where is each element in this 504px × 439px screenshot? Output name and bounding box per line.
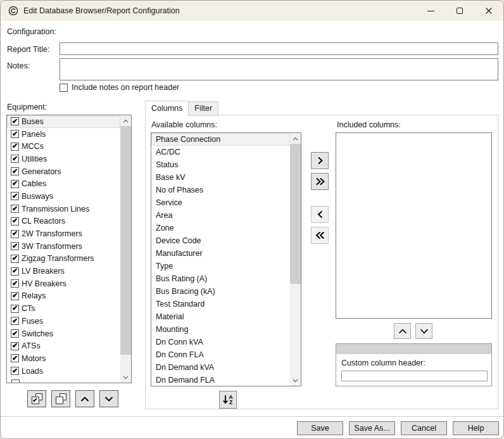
- equipment-item[interactable]: ✔ CTs: [7, 302, 120, 315]
- equipment-item[interactable]: ✔ 3W Transformers: [7, 240, 120, 253]
- scrollbar-thumb[interactable]: [120, 126, 131, 355]
- equipment-item-checkbox[interactable]: ✔: [11, 117, 19, 125]
- custom-column-header-input[interactable]: [341, 371, 488, 381]
- equipment-item[interactable]: ✔ Generators: [7, 165, 120, 178]
- maximize-button[interactable]: [445, 1, 474, 21]
- equipment-item[interactable]: ✔ Motors: [7, 352, 120, 365]
- equipment-item-checkbox[interactable]: ✔: [11, 267, 19, 276]
- minimize-button[interactable]: [416, 1, 445, 21]
- equipment-item-checkbox[interactable]: ✔: [11, 279, 19, 288]
- equipment-item[interactable]: ✔ Relays: [7, 290, 120, 303]
- cancel-button[interactable]: Cancel: [401, 421, 447, 435]
- help-button[interactable]: Help: [453, 421, 499, 435]
- equipment-item[interactable]: ✔ CL Reactors: [7, 215, 120, 228]
- equipment-move-up-button[interactable]: [75, 390, 94, 407]
- equipment-item-checkbox[interactable]: ✔: [11, 167, 19, 175]
- available-column-item[interactable]: Manufacturer: [151, 247, 290, 260]
- available-column-item[interactable]: Material: [151, 310, 290, 323]
- equipment-item-checkbox[interactable]: ✔: [11, 130, 19, 138]
- equipment-item[interactable]: ✔ Cables: [7, 177, 120, 190]
- equipment-item-checkbox[interactable]: ✔: [11, 329, 19, 338]
- close-button[interactable]: [474, 1, 503, 21]
- available-column-item[interactable]: Base kV: [151, 171, 290, 184]
- available-column-item[interactable]: Dn Demand kVA: [151, 361, 290, 374]
- equipment-item[interactable]: ✔ Buses: [7, 115, 120, 128]
- available-column-label: Bus Rating (A): [156, 274, 207, 283]
- available-column-item[interactable]: Bus Rating (A): [151, 272, 290, 285]
- equipment-item-checkbox[interactable]: ✔: [11, 305, 19, 313]
- available-column-item[interactable]: No of Phases: [151, 184, 290, 196]
- equipment-item[interactable]: ✔ LV Breakers: [7, 265, 120, 277]
- equipment-item-checkbox[interactable]: ✔: [11, 255, 19, 263]
- equipment-item-checkbox[interactable]: ✔: [11, 230, 19, 238]
- equipment-item-checkbox[interactable]: ✔: [11, 180, 19, 188]
- scrollbar-thumb[interactable]: [290, 144, 301, 284]
- available-column-item[interactable]: Zone: [151, 222, 290, 234]
- remove-column-button[interactable]: [311, 206, 329, 223]
- available-column-item[interactable]: AC/DC: [151, 146, 290, 158]
- equipment-item[interactable]: ✔ Transmission Lines: [7, 203, 120, 215]
- equipment-item-checkbox[interactable]: ✔: [11, 192, 19, 200]
- included-move-down-button[interactable]: [415, 323, 432, 339]
- equipment-item-checkbox[interactable]: ✔: [11, 217, 19, 226]
- equipment-item-checkbox[interactable]: ✔: [11, 354, 19, 362]
- equipment-move-down-button[interactable]: [99, 390, 118, 407]
- notes-input[interactable]: [60, 58, 498, 80]
- scrollbar-down-button[interactable]: [120, 372, 131, 383]
- report-title-input[interactable]: [60, 42, 498, 55]
- equipment-item[interactable]: ✔ 2W Transformers: [7, 227, 120, 240]
- equipment-scrollbar[interactable]: [120, 115, 131, 383]
- available-column-item[interactable]: Test Standard: [151, 298, 290, 310]
- tab-filter[interactable]: Filter: [188, 101, 218, 116]
- available-column-item[interactable]: Area: [151, 209, 290, 222]
- equipment-item-checkbox[interactable]: ✔: [11, 242, 19, 250]
- available-column-item[interactable]: Service: [151, 196, 290, 209]
- included-columns-list[interactable]: [336, 132, 492, 319]
- equipment-item-checkbox[interactable]: ✔: [11, 205, 19, 213]
- equipment-item[interactable]: ✔ Switches: [7, 328, 120, 340]
- equipment-item-checkbox[interactable]: ✔: [11, 317, 19, 325]
- equipment-item-checkbox[interactable]: ✔: [11, 367, 19, 375]
- available-column-item[interactable]: Dn Conn FLA: [151, 348, 290, 361]
- include-notes-checkbox[interactable]: ✔: [60, 84, 68, 92]
- equipment-item[interactable]: ✔ Busways: [7, 190, 120, 203]
- scrollbar-down-button[interactable]: [290, 375, 301, 386]
- equipment-item[interactable]: ✔ MCCs: [7, 140, 120, 153]
- equipment-item-label: Relays: [22, 291, 46, 300]
- add-column-button[interactable]: [311, 152, 329, 169]
- scrollbar-up-button[interactable]: [290, 133, 301, 144]
- sort-columns-button[interactable]: A Z: [219, 391, 237, 409]
- uncheck-all-button[interactable]: [51, 390, 70, 407]
- available-column-item[interactable]: Dn Demand FLA: [151, 374, 290, 386]
- available-column-item[interactable]: Bus Bracing (kA): [151, 285, 290, 298]
- equipment-item-checkbox[interactable]: ✔: [11, 143, 19, 151]
- equipment-item[interactable]: ✔ HV Breakers: [7, 277, 120, 290]
- title-bar[interactable]: Edit Database Browser/Report Configurati…: [1, 1, 503, 21]
- save-button[interactable]: Save: [297, 421, 343, 435]
- available-column-item[interactable]: Type: [151, 260, 290, 272]
- scrollbar-up-button[interactable]: [120, 115, 131, 126]
- available-column-item[interactable]: Status: [151, 158, 290, 171]
- available-columns-scrollbar[interactable]: [290, 133, 301, 386]
- check-all-button[interactable]: ✔: [27, 390, 46, 407]
- equipment-item-checkbox[interactable]: ✔: [11, 292, 19, 300]
- equipment-item[interactable]: ✔ Loads: [7, 365, 120, 378]
- equipment-item-checkbox[interactable]: ✔: [11, 342, 19, 350]
- save-as-button[interactable]: Save As...: [349, 421, 395, 435]
- remove-all-columns-button[interactable]: [311, 227, 329, 244]
- equipment-item[interactable]: ✔ Panels: [7, 128, 120, 141]
- equipment-item-checkbox[interactable]: ✔: [11, 155, 19, 163]
- equipment-item[interactable]: ✔ Utilities: [7, 153, 120, 165]
- tab-columns[interactable]: Columns: [145, 101, 189, 116]
- minimize-icon: [427, 11, 434, 11]
- equipment-item-label: HV Breakers: [22, 279, 66, 288]
- available-column-item[interactable]: Dn Conn kVA: [151, 336, 290, 348]
- available-column-item[interactable]: Device Code: [151, 234, 290, 247]
- equipment-item[interactable]: ✔ ATSs: [7, 340, 120, 352]
- equipment-item[interactable]: ✔ Zigzag Transformers: [7, 253, 120, 265]
- available-column-item[interactable]: Mounting: [151, 323, 290, 336]
- included-move-up-button[interactable]: [394, 323, 411, 339]
- available-column-item[interactable]: Phase Connection: [151, 133, 290, 146]
- add-all-columns-button[interactable]: [311, 173, 329, 190]
- equipment-item[interactable]: ✔ Fuses: [7, 315, 120, 328]
